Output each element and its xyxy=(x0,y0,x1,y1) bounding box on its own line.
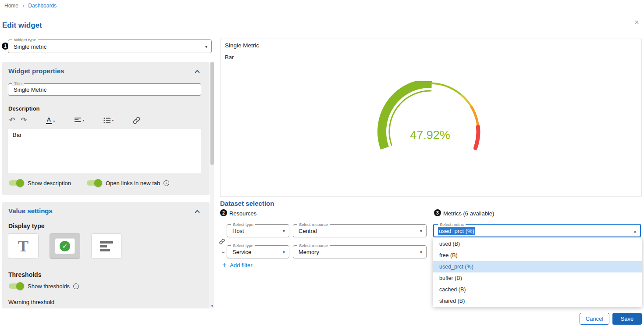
widget-title-field[interactable]: Title xyxy=(8,83,201,96)
widget-type-value: Single metric xyxy=(14,43,46,50)
display-type-gauge-button-selected[interactable]: ✓ xyxy=(50,233,80,259)
info-icon[interactable]: i xyxy=(73,283,79,289)
bullet-list-icon xyxy=(103,117,110,123)
collapse-widget-properties-button[interactable] xyxy=(196,69,201,75)
close-icon[interactable]: × xyxy=(634,18,639,26)
add-filter-label: Add filter xyxy=(230,262,252,269)
text-display-icon: T xyxy=(18,238,28,254)
open-links-new-tab-toggle[interactable] xyxy=(86,179,102,187)
redo-button[interactable]: ↷ xyxy=(21,117,26,124)
left-panel-scrollbar[interactable]: ▼ xyxy=(210,62,214,308)
breadcrumb-chevron-icon: › xyxy=(22,2,24,9)
show-thresholds-toggle[interactable] xyxy=(8,282,24,290)
metrics-label: Metrics (6 available) xyxy=(443,210,494,217)
plus-icon: + xyxy=(222,262,226,269)
resource-type-select-2[interactable]: Select type Service ▾ xyxy=(227,245,289,258)
link-icon xyxy=(133,117,140,124)
page-title: Edit widget xyxy=(2,21,42,30)
warning-threshold-label: Warning threshold xyxy=(8,299,54,305)
display-type-label: Display type xyxy=(8,222,44,229)
breadcrumb-dashboards-link[interactable]: Dashboards xyxy=(28,3,57,9)
cancel-button[interactable]: Cancel xyxy=(580,313,609,325)
link-resources-icon[interactable] xyxy=(218,238,226,245)
step-3-badge: 3 xyxy=(434,209,441,216)
undo-icon: ↶ xyxy=(9,117,15,124)
preview-title: Single Metric xyxy=(225,42,259,49)
check-circle-icon: ✓ xyxy=(60,241,70,251)
select-resource-value: Memory xyxy=(299,249,319,255)
chevron-down-icon: ▾ xyxy=(53,119,55,124)
metric-option-selected[interactable]: used_prct (%) xyxy=(433,261,642,272)
metric-option[interactable]: cached (B) xyxy=(433,284,642,295)
gauge-value: 47.92% xyxy=(360,129,500,142)
bar-chart-icon xyxy=(100,241,113,251)
metric-select[interactable]: Select metric used_prct (%) ▴ xyxy=(433,224,641,237)
value-settings-title: Value settings xyxy=(8,207,53,215)
description-editor[interactable]: Bar xyxy=(8,129,201,173)
description-toggles-row: Show description Open links in new tab i xyxy=(8,179,169,187)
toggle-thumb xyxy=(16,179,24,187)
text-color-button[interactable]: A ▾ xyxy=(46,117,55,124)
metric-option[interactable]: free (B) xyxy=(433,250,642,261)
resource-select-1[interactable]: Select resource Central ▾ xyxy=(293,224,427,237)
thresholds-label: Thresholds xyxy=(8,271,41,278)
dataset-selection-title: Dataset selection xyxy=(220,200,274,207)
align-left-icon xyxy=(74,117,81,123)
chevron-down-icon: ▾ xyxy=(283,250,285,254)
text-align-button[interactable]: ▾ xyxy=(74,117,84,123)
breadcrumb-home-link[interactable]: Home xyxy=(4,3,18,9)
gauge-display-icon: ✓ xyxy=(55,238,75,254)
chevron-down-icon: ▾ xyxy=(283,229,285,233)
insert-link-button[interactable] xyxy=(133,117,140,124)
list-format-button[interactable]: ▾ xyxy=(103,117,114,123)
display-type-text-button[interactable]: T xyxy=(8,233,39,259)
redo-icon: ↷ xyxy=(21,117,26,124)
resources-divider xyxy=(254,213,427,213)
show-description-toggle[interactable] xyxy=(8,179,24,187)
widget-type-select[interactable]: Widget type Single metric ▾ xyxy=(8,39,212,53)
description-label: Description xyxy=(8,105,40,112)
value-settings-panel: Value settings Display type T ✓ Threshol… xyxy=(2,202,210,308)
scroll-down-icon[interactable]: ▼ xyxy=(210,304,214,308)
select-resource-label: Select resource xyxy=(297,222,330,227)
metric-option[interactable]: shared (B) xyxy=(433,295,642,307)
widget-type-label: Widget type xyxy=(12,37,38,42)
open-links-new-tab-label: Open links in new tab xyxy=(106,180,160,186)
scrollbar-thumb[interactable] xyxy=(210,62,214,165)
chevron-up-icon xyxy=(195,70,199,75)
text-color-icon: A xyxy=(46,117,52,124)
chevron-down-icon: ▾ xyxy=(420,250,422,254)
breadcrumb: Home › Dashboards xyxy=(4,2,57,9)
info-icon[interactable]: i xyxy=(164,180,169,186)
thresholds-toggle-row: Show thresholds i xyxy=(8,282,79,290)
show-description-label: Show description xyxy=(28,180,71,186)
preview-description: Bar xyxy=(225,54,234,61)
collapse-value-settings-button[interactable] xyxy=(196,209,201,215)
select-type-value: Host xyxy=(232,228,244,234)
resource-type-select-1[interactable]: Select type Host ▾ xyxy=(227,224,289,237)
add-filter-button[interactable]: + Add filter xyxy=(222,262,253,269)
select-resource-label: Select resource xyxy=(297,243,330,248)
widget-title-input[interactable] xyxy=(8,84,201,95)
chevron-down-icon: ▾ xyxy=(82,118,84,123)
widget-preview: Single Metric Bar 47.92% xyxy=(220,39,642,197)
metric-option[interactable]: buffer (B) xyxy=(433,272,642,284)
select-type-label: Select type xyxy=(231,222,255,227)
resources-label: Resources xyxy=(229,210,256,217)
richtext-toolbar: ↶ ↷ A ▾ ▾ ▾ xyxy=(9,115,140,125)
step-2-badge: 2 xyxy=(220,209,227,216)
chevron-up-icon xyxy=(195,210,199,215)
save-button[interactable]: Save xyxy=(612,313,642,325)
show-thresholds-label: Show thresholds xyxy=(28,283,70,290)
select-metric-label: Select metric xyxy=(438,222,466,227)
undo-button[interactable]: ↶ xyxy=(9,117,15,124)
metric-option[interactable]: used (B) xyxy=(433,238,642,250)
toggle-thumb xyxy=(94,179,102,187)
widget-properties-panel: Widget properties Title Description ↶ ↷ … xyxy=(2,62,210,195)
metric-dropdown-menu: used (B) free (B) used_prct (%) buffer (… xyxy=(433,238,642,307)
widget-properties-title: Widget properties xyxy=(8,67,64,75)
chevron-up-icon: ▴ xyxy=(634,228,636,233)
chevron-down-icon: ▾ xyxy=(420,229,422,233)
resource-select-2[interactable]: Select resource Memory ▾ xyxy=(293,245,427,258)
display-type-bar-button[interactable] xyxy=(91,233,122,259)
